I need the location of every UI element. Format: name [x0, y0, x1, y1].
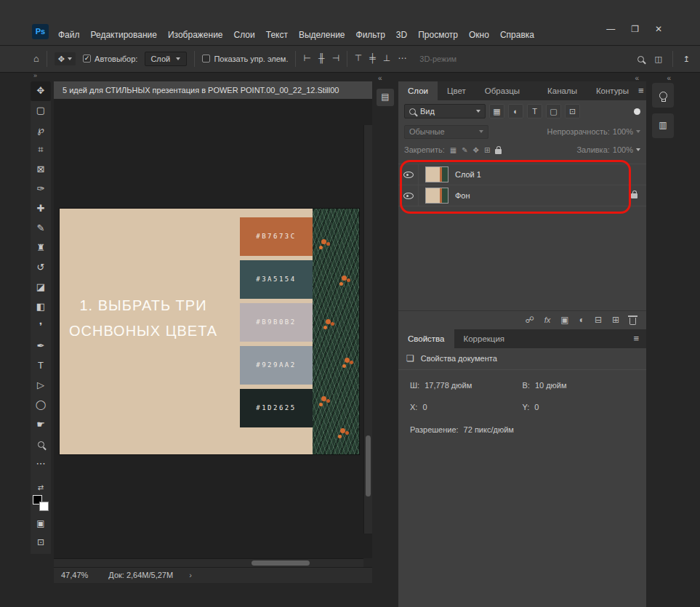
zoom-tool[interactable] [31, 435, 51, 454]
tab-properties[interactable]: Свойства [398, 329, 454, 348]
horizontal-scrollbar-thumb[interactable] [252, 560, 310, 566]
panel-menu-icon[interactable]: ≡ [633, 329, 646, 348]
visibility-eye-icon[interactable] [403, 191, 414, 200]
tab-adjustments[interactable]: Коррекция [454, 329, 515, 348]
add-layer-mask-icon[interactable]: ▣ [560, 315, 568, 326]
autoselect-target-dropdown[interactable]: Слой [145, 52, 187, 66]
align-center-h-icon[interactable]: ╫ [318, 53, 325, 65]
maximize-button[interactable]: ❐ [631, 24, 639, 36]
eraser-tool[interactable]: ◪ [31, 278, 51, 297]
tab-layers[interactable]: Слои [398, 81, 438, 100]
vertical-scrollbar[interactable] [363, 125, 372, 534]
layer-row[interactable]: Фон [398, 185, 646, 206]
menu-window[interactable]: Окно [469, 30, 489, 41]
lock-position-icon[interactable]: ✥ [473, 145, 479, 155]
workspace-switcher-icon[interactable]: ◫ [654, 54, 661, 64]
learn-panel-icon[interactable] [652, 83, 674, 108]
menu-edit[interactable]: Редактирование [91, 30, 157, 41]
clone-stamp-tool[interactable]: ♜ [31, 238, 51, 258]
menu-help[interactable]: Справка [500, 30, 534, 41]
expand-panels-icon[interactable]: « [378, 73, 382, 83]
foreground-background-colors[interactable] [33, 495, 49, 511]
filter-adjustment-layers-icon[interactable]: ◐ [508, 104, 523, 118]
layer-thumbnail[interactable] [425, 166, 448, 182]
menu-filter[interactable]: Фильтр [356, 30, 385, 41]
status-chevron-icon[interactable]: › [189, 570, 192, 580]
lock-artboard-icon[interactable]: ⊞ [484, 145, 490, 155]
layer-filtering-toggle[interactable] [634, 108, 640, 115]
menu-type[interactable]: Текст [266, 30, 288, 41]
menu-view[interactable]: Просмотр [418, 30, 458, 41]
quick-mask-icon[interactable]: ▣ [36, 518, 44, 530]
fill-control[interactable]: Заливка: 100% [576, 145, 640, 155]
move-tool[interactable]: ✥ [31, 81, 51, 101]
healing-brush-tool[interactable]: ✚ [31, 199, 51, 219]
path-selection-tool[interactable]: ▷ [31, 376, 51, 395]
gradient-tool[interactable]: ◧ [31, 297, 51, 317]
libraries-panel-icon[interactable]: ▥ [652, 113, 674, 138]
zoom-level-field[interactable]: 47,47% [61, 570, 88, 580]
tab-paths[interactable]: Контуры [587, 81, 638, 100]
filter-pixel-layers-icon[interactable]: ▦ [489, 104, 504, 118]
tab-channels[interactable]: Каналы [538, 81, 587, 100]
search-icon[interactable] [637, 56, 644, 63]
layer-thumbnail[interactable] [425, 188, 448, 204]
layer-name[interactable]: Фон [455, 190, 470, 201]
collapsed-history-panel-icon[interactable]: ▤ [377, 89, 394, 106]
layer-name[interactable]: Слой 1 [455, 169, 481, 180]
filter-kind-dropdown[interactable]: Вид [404, 104, 486, 118]
filter-shape-layers-icon[interactable]: ▢ [546, 104, 561, 118]
filter-smart-objects-icon[interactable]: ⊡ [565, 104, 580, 118]
autoselect-checkbox[interactable]: ✓ Автовыбор: [83, 54, 137, 64]
align-middle-icon[interactable]: ╪ [369, 53, 376, 65]
menu-layers[interactable]: Слои [234, 30, 255, 41]
share-icon[interactable]: ↥ [683, 54, 690, 64]
frame-tool[interactable]: ⊠ [31, 160, 51, 180]
background-color-chip[interactable] [39, 502, 49, 511]
menu-select[interactable]: Выделение [299, 30, 345, 41]
screen-mode-icon[interactable]: ⊡ [37, 537, 44, 549]
home-icon[interactable]: ⌂ [33, 53, 39, 65]
align-bottom-icon[interactable]: ⊥ [383, 53, 390, 65]
background-lock-icon[interactable] [631, 190, 637, 201]
more-align-icon[interactable]: ⋯ [398, 53, 406, 65]
close-button[interactable]: ✕ [655, 24, 662, 36]
pen-tool[interactable]: ✒ [31, 337, 51, 356]
brush-tool[interactable]: ✎ [31, 219, 51, 238]
align-left-icon[interactable]: ⊢ [303, 53, 310, 65]
align-right-icon[interactable]: ⊣ [331, 53, 339, 65]
current-tool-dropdown[interactable]: ✥ [55, 52, 76, 65]
crop-tool[interactable]: ⌗ [31, 140, 51, 160]
lasso-tool[interactable]: ℘ [31, 121, 51, 140]
lock-pixels-icon[interactable]: ✎ [462, 145, 467, 155]
tab-color[interactable]: Цвет [438, 81, 475, 100]
layer-style-icon[interactable]: fx [544, 315, 551, 325]
horizontal-scrollbar[interactable] [54, 558, 363, 567]
expand-panels-icon[interactable]: « [667, 73, 671, 83]
edit-toolbar-button[interactable]: ⋯ [31, 454, 51, 474]
ellipse-tool[interactable]: ◯ [31, 395, 51, 415]
canvas[interactable]: 1. ВЫБРАТЬ ТРИ ОСНВОНЫХ ЦВЕТА #B7673C #3… [54, 99, 372, 558]
tab-swatches[interactable]: Образцы [475, 81, 529, 100]
opacity-control[interactable]: Непрозрачность: 100% [547, 126, 640, 137]
link-layers-icon[interactable]: ☍ [526, 315, 534, 326]
hand-tool[interactable]: ☛ [31, 415, 51, 435]
marquee-tool[interactable]: ▢ [31, 101, 51, 121]
document-tab[interactable]: 5 идей для СТИЛЬНЫХ презентация в POWER … [54, 81, 372, 99]
visibility-eye-icon[interactable] [403, 170, 414, 179]
menu-image[interactable]: Изображение [168, 30, 223, 41]
history-brush-tool[interactable]: ↺ [31, 258, 51, 278]
new-group-icon[interactable]: ⊟ [595, 315, 602, 326]
minimize-button[interactable]: — [606, 24, 615, 36]
blur-tool[interactable]: ❜ [31, 317, 51, 337]
type-tool[interactable]: T [31, 356, 51, 376]
lock-transparency-icon[interactable]: ▦ [450, 145, 456, 155]
eyedropper-tool[interactable]: ✑ [31, 180, 51, 199]
delete-layer-icon[interactable] [629, 318, 636, 325]
show-transform-controls-checkbox[interactable]: Показать упр. элем. [202, 54, 288, 64]
align-top-icon[interactable]: ⊤ [355, 53, 362, 65]
menu-file[interactable]: Файл [58, 30, 80, 41]
new-layer-icon[interactable]: ⊞ [612, 315, 619, 326]
vertical-scrollbar-thumb[interactable] [366, 435, 371, 497]
lock-all-icon[interactable] [495, 149, 502, 154]
